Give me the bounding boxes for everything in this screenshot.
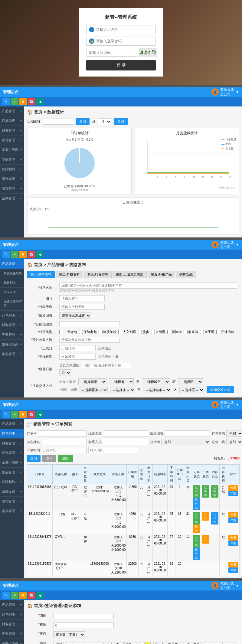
dropdown-icon-3[interactable]: ▼ <box>236 403 239 407</box>
editor-fontsize[interactable]: 字号▼ <box>124 642 136 644</box>
editor-aligncenter[interactable]: ≡ <box>210 642 215 644</box>
btn-view-2[interactable]: 查看 <box>228 512 238 518</box>
export-btn-orders[interactable]: 图出- <box>58 455 73 462</box>
customer-input[interactable] <box>41 439 87 445</box>
add-transport-btn[interactable]: 添加交通方式 <box>207 386 234 393</box>
editor-underline[interactable]: U <box>79 642 84 644</box>
type-insurance[interactable]: 保险老包 <box>79 330 97 334</box>
toolbar-btn-confirm-4[interactable]: ✔ <box>11 592 18 599</box>
dropdown-icon-2[interactable]: ▼ <box>236 243 239 247</box>
sidebar-item-permissions-1[interactable]: 权限制约▼ <box>0 165 24 174</box>
query-btn-orders[interactable]: 查询 <box>27 455 41 462</box>
departcity-input[interactable] <box>165 430 210 436</box>
online-input[interactable] <box>59 345 96 351</box>
editor-source[interactable]: 源码 <box>55 642 64 644</box>
editor-alignright[interactable]: ≡ <box>216 642 221 644</box>
toolbar-btn-back-3[interactable]: ◀ <box>36 411 44 418</box>
toolbar-btn-refresh-2[interactable]: 🔄 <box>28 251 35 258</box>
btn-detail-1[interactable]: 详情 <box>228 491 238 496</box>
toolbar-btn-refresh-4[interactable]: 🔄 <box>28 592 35 599</box>
sidebar-item-cities-1[interactable]: 城市管理▼ <box>0 184 24 194</box>
month-select-form[interactable]: 月 <box>59 369 71 376</box>
sidebar-item-orders-4[interactable]: 订单列表▼ <box>0 610 24 619</box>
sidebar-item-visa-2[interactable]: 签证管理▼ <box>0 349 24 359</box>
sidebar-item-customers-1[interactable]: 客资管理▼ <box>0 136 24 145</box>
editor-orderedlist[interactable]: 有序 <box>182 642 191 644</box>
toolbar-btn-refresh[interactable]: 🔄 <box>28 98 35 105</box>
type-outdoor[interactable]: 户外活动 <box>216 330 234 334</box>
editor-format[interactable]: 格式 <box>105 642 114 644</box>
transport-return-area[interactable]: -- 选择区 -- <box>179 387 204 393</box>
dropdown-icon-1[interactable]: ▼ <box>236 90 239 94</box>
toolbar-btn-close-4[interactable]: ✖ <box>19 592 27 599</box>
query-btn-1[interactable]: 查询 <box>76 118 90 125</box>
type-visa[interactable]: 纸质签程 <box>99 330 116 334</box>
endtime-input[interactable] <box>88 447 138 453</box>
type-adventure[interactable]: 冒险游 <box>167 330 182 334</box>
sidebar-subitem-offline[interactable]: 线路点击率审单 <box>0 297 24 311</box>
tab-departure[interactable]: 第四:出团信息填加 <box>113 271 147 278</box>
toolbar-btn-close-2[interactable]: ✖ <box>19 251 27 258</box>
captcha-input[interactable] <box>86 49 137 57</box>
reset-btn-orders[interactable]: 查询 <box>42 455 56 462</box>
type-parent[interactable]: 亲子游 <box>200 330 214 334</box>
toolbar-btn-edit-4[interactable]: ✎ <box>2 592 10 599</box>
sidebar-subitem-route-2[interactable]: 装线线路列表 <box>0 269 24 278</box>
sidebar-item-cities-3[interactable]: 城市管理▼ <box>0 497 24 506</box>
editor-bgcolor[interactable]: A <box>145 642 151 644</box>
sidebar-item-finance-1[interactable]: 财务管理▼ <box>0 126 24 136</box>
days-input[interactable] <box>59 304 105 310</box>
type-child[interactable]: 儿童老包 <box>59 330 77 334</box>
btn-view-3[interactable]: 查看 <box>228 535 238 541</box>
toolbar-btn-close-3[interactable]: ✖ <box>19 411 27 418</box>
sidebar-item-finance-2[interactable]: 财务管理▼ <box>0 320 24 330</box>
captcha-image[interactable]: Abt⁷è <box>139 48 157 57</box>
btn-detail-2[interactable]: 详情 <box>228 518 238 523</box>
sidebar-item-suppliers-4[interactable]: 票务供应商▼ <box>0 639 24 644</box>
contact-input[interactable] <box>103 439 148 445</box>
password-input[interactable] <box>96 39 153 43</box>
toolbar-btn-refresh-3[interactable]: 🔄 <box>28 411 35 418</box>
tab-sales[interactable]: 销售实战 <box>176 271 196 278</box>
toolbar-btn-close[interactable]: ✖ <box>19 98 27 105</box>
toolbar-btn-back-4[interactable]: ◀ <box>36 592 44 599</box>
sidebar-subitem-route-list[interactable]: 线路列表 <box>0 278 24 288</box>
editor-undo[interactable]: ↩ <box>224 642 229 644</box>
editor-bold[interactable]: B <box>67 642 72 644</box>
visa-status-select[interactable]: 审上架（下架） <box>53 631 85 638</box>
orderno-input[interactable] <box>38 430 87 436</box>
editor-unorderedlist[interactable]: 无序 <box>192 642 201 644</box>
toolbar-btn-back[interactable]: ◀ <box>36 98 44 105</box>
date-input[interactable] <box>43 119 73 125</box>
editor-color[interactable]: A <box>139 642 145 644</box>
sidebar-subitem-trip[interactable]: 访问管理 <box>0 288 24 297</box>
number-input[interactable] <box>59 295 105 301</box>
type-family[interactable]: 家庭游 <box>184 330 198 334</box>
type-culture[interactable]: 人文别居 <box>118 330 136 334</box>
sidebar-item-products-4[interactable]: 产品管理▼ <box>0 600 24 610</box>
login-button[interactable]: 登 录 <box>86 60 156 70</box>
sidebar-item-orders-3[interactable]: 订单列表▲ <box>0 429 24 439</box>
branch-select[interactable]: 全部 <box>161 439 210 445</box>
tab-external[interactable]: 第五:外用产品 <box>148 271 175 278</box>
toolbar-btn-edit-3[interactable]: ✎ <box>2 411 10 418</box>
tab-itinerary[interactable]: 第三:行程管理 <box>84 271 112 278</box>
sidebar-item-permissions-3[interactable]: 权限制约▼ <box>0 477 24 487</box>
transport-from-area[interactable]: -- 选择区 -- <box>178 378 203 385</box>
maxpersons-input[interactable] <box>59 337 120 343</box>
dest-input[interactable] <box>59 321 120 327</box>
editor-redo[interactable]: ↪ <box>230 642 235 644</box>
sidebar-item-settings-1[interactable]: 系统设置▼ <box>0 174 24 184</box>
sidebar-item-suppliers-2[interactable]: 票务供应商▼ <box>0 340 24 349</box>
sidebar-item-general-1[interactable]: 全共管理▼ <box>0 194 24 203</box>
offline-input[interactable] <box>59 354 96 360</box>
sidebar-item-suppliers-1[interactable]: 票务供应商▼ <box>0 145 24 155</box>
starttime-input[interactable] <box>41 447 87 453</box>
btn-view-4[interactable]: 查看 <box>228 562 238 567</box>
toolbar-btn-confirm[interactable]: ✔ <box>11 98 18 105</box>
toolbar-btn-edit-2[interactable]: ✎ <box>2 251 10 258</box>
dropdown-icon-4[interactable]: ▼ <box>236 584 239 587</box>
editor-strike[interactable]: S <box>85 642 90 644</box>
editor-tilde[interactable]: ~ <box>91 642 96 644</box>
toolbar-btn-edit[interactable]: ✎ <box>2 98 10 105</box>
